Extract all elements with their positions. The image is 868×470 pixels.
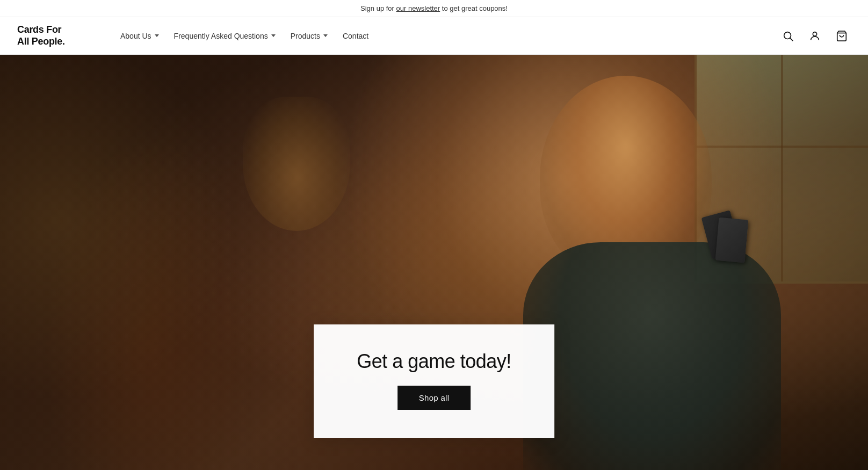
hero-cards [704,213,747,272]
chevron-down-icon [323,34,328,37]
hero-section: Get a game today! Shop all [0,55,868,470]
announcement-bar: Sign up for our newsletter to get great … [0,0,868,17]
cart-button[interactable] [833,27,851,45]
nav-item-about-us[interactable]: About Us [114,27,165,45]
header-actions [779,27,851,45]
account-button[interactable] [806,27,824,45]
nav-item-faq[interactable]: Frequently Asked Questions [168,27,282,45]
header: Cards For All People. About Us Frequentl… [0,17,868,55]
svg-line-1 [790,38,793,41]
search-icon [782,30,794,42]
newsletter-link[interactable]: our newsletter [396,4,440,12]
nav-item-contact[interactable]: Contact [336,27,375,45]
chevron-down-icon [155,34,159,37]
announcement-text: Sign up for our newsletter to get great … [360,4,508,12]
svg-point-0 [784,32,791,39]
logo[interactable]: Cards For All People. [17,24,92,47]
main-nav: About Us Frequently Asked Questions Prod… [114,27,779,45]
shop-all-button[interactable]: Shop all [397,386,471,410]
nav-item-products[interactable]: Products [284,27,334,45]
hero-clothing [523,242,781,470]
hero-cta-box: Get a game today! Shop all [314,324,554,438]
svg-point-2 [813,32,816,35]
cart-icon [836,30,848,42]
hero-card-2 [715,217,748,262]
person-icon [809,30,821,42]
chevron-down-icon [271,34,276,37]
hero-cta-title: Get a game today! [357,350,511,373]
search-button[interactable] [779,27,797,45]
